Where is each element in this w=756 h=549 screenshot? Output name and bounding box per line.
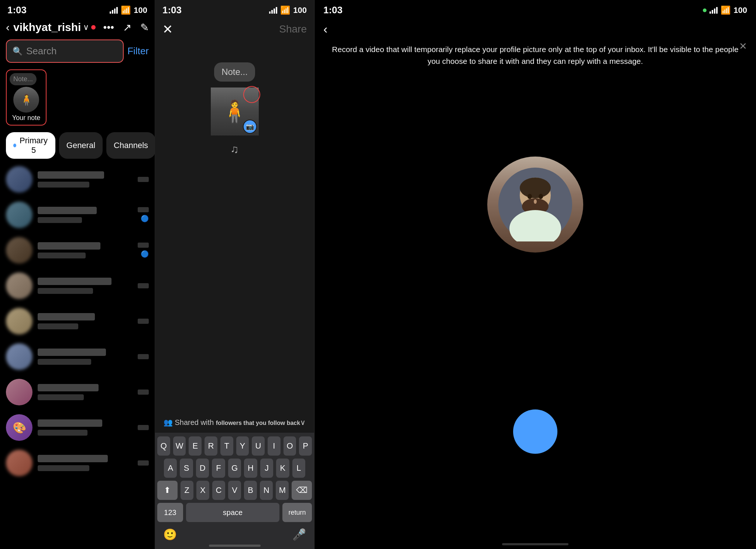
msg-name: [38, 313, 95, 320]
key-r[interactable]: R: [205, 436, 217, 456]
return-key[interactable]: return: [282, 503, 312, 522]
msg-content: [38, 419, 133, 436]
message-item[interactable]: 🔵: [0, 233, 155, 268]
record-button[interactable]: [513, 409, 557, 454]
tooltip-close-button[interactable]: ✕: [739, 41, 747, 52]
avatar: [6, 308, 32, 334]
status-bar-2: 1:03 📶 100: [155, 0, 314, 18]
key-w[interactable]: W: [173, 436, 186, 456]
filter-button[interactable]: Filter: [127, 45, 149, 57]
wifi-icon-2: 📶: [280, 6, 290, 15]
shift-key[interactable]: ⬆: [157, 481, 178, 500]
tooltip-text: Record a video that will temporarily rep…: [323, 44, 747, 67]
red-selection-outline: [243, 86, 260, 103]
inbox-tabs: Primary 5 General Channels Requests: [0, 129, 155, 162]
key-d[interactable]: D: [196, 459, 209, 478]
message-item[interactable]: [0, 339, 155, 374]
unread-icon: 🔵: [141, 250, 149, 258]
msg-name: [38, 171, 104, 179]
key-p[interactable]: P: [299, 436, 312, 456]
emoji-icon[interactable]: 🙂: [163, 528, 177, 541]
message-item[interactable]: 🎨: [0, 410, 155, 445]
search-row: 🔍 Search Filter: [0, 37, 155, 66]
home-indicator-2: [209, 545, 261, 547]
message-item[interactable]: [0, 303, 155, 339]
message-item[interactable]: [0, 268, 155, 303]
message-item[interactable]: [0, 374, 155, 410]
msg-time: [138, 390, 149, 395]
microphone-icon[interactable]: 🎤: [292, 528, 306, 541]
message-item[interactable]: [0, 445, 155, 481]
delete-key[interactable]: ⌫: [292, 481, 312, 500]
svg-point-5: [528, 194, 532, 199]
key-m[interactable]: M: [276, 481, 289, 500]
note-creation-panel: 1:03 📶 100 ✕ Share Note... 🧍 📷 ♫: [155, 0, 315, 549]
key-a[interactable]: A: [164, 459, 177, 478]
numbers-key[interactable]: 123: [157, 503, 183, 522]
share-button[interactable]: Share: [173, 23, 307, 35]
avatar: [6, 343, 32, 370]
wifi-icon-3: 📶: [721, 6, 731, 15]
msg-preview: [38, 465, 89, 471]
key-x[interactable]: X: [196, 481, 209, 500]
msg-preview: [38, 430, 87, 436]
camera-badge[interactable]: 📷: [243, 120, 257, 134]
key-f[interactable]: F: [212, 459, 225, 478]
key-h[interactable]: H: [244, 459, 257, 478]
key-z[interactable]: Z: [181, 481, 193, 500]
key-c[interactable]: C: [212, 481, 225, 500]
key-o[interactable]: O: [284, 436, 296, 456]
video-profile-panel: 1:03 📶 100 ‹ Record a video that will te…: [315, 0, 756, 549]
message-item[interactable]: [0, 162, 155, 197]
msg-content: [38, 242, 133, 258]
note-profile-container: 🧍 📷: [211, 88, 259, 135]
msg-name: [38, 278, 111, 285]
more-options-icon[interactable]: •••: [103, 21, 114, 33]
shared-with-audience: followers that you follow back: [216, 420, 300, 426]
message-item[interactable]: 🔵: [0, 197, 155, 233]
key-v[interactable]: V: [228, 481, 241, 500]
key-k[interactable]: K: [276, 459, 289, 478]
msg-time: [138, 243, 149, 248]
key-n[interactable]: N: [260, 481, 273, 500]
msg-content: [38, 171, 133, 188]
svg-point-6: [539, 194, 543, 199]
key-q[interactable]: Q: [157, 436, 170, 456]
your-note-container: Note... 🧍 Your note: [0, 66, 155, 129]
msg-preview: [38, 182, 89, 188]
shared-with-bar[interactable]: 👥 Shared with followers that you follow …: [155, 412, 314, 433]
key-i[interactable]: I: [268, 436, 281, 456]
back-button-1[interactable]: ‹: [6, 21, 10, 34]
tab-primary[interactable]: Primary 5: [6, 132, 55, 159]
close-button[interactable]: ✕: [162, 22, 173, 37]
msg-content: [38, 207, 133, 223]
music-icon: ♫: [230, 143, 239, 155]
key-t[interactable]: T: [220, 436, 233, 456]
tab-general[interactable]: General: [59, 132, 103, 159]
your-note-box[interactable]: Note... 🧍 Your note: [6, 69, 47, 126]
key-e[interactable]: E: [189, 436, 202, 456]
msg-preview: [38, 359, 91, 365]
key-s[interactable]: S: [180, 459, 193, 478]
msg-meta: [138, 425, 149, 430]
trending-icon[interactable]: ↗: [123, 21, 131, 34]
edit-icon[interactable]: ✎: [140, 21, 149, 34]
search-bar[interactable]: 🔍 Search: [6, 40, 124, 63]
status-icons-1: 📶 100: [110, 6, 147, 15]
key-b[interactable]: B: [244, 481, 257, 500]
msg-name: [38, 242, 100, 250]
key-j[interactable]: J: [260, 459, 273, 478]
space-key[interactable]: space: [186, 503, 279, 522]
key-y[interactable]: Y: [236, 436, 249, 456]
back-button-3[interactable]: ‹: [323, 22, 327, 36]
selfie-preview: [487, 157, 583, 253]
tab-channels[interactable]: Channels: [106, 132, 155, 159]
username-chevron[interactable]: ∨: [83, 23, 89, 32]
key-l[interactable]: L: [292, 459, 305, 478]
msg-time: [138, 425, 149, 430]
key-g[interactable]: G: [228, 459, 241, 478]
keyboard-bottom: 🙂 🎤: [157, 525, 312, 542]
msg-preview: [38, 288, 93, 294]
shared-with-prefix: 👥 Shared with: [164, 418, 216, 426]
key-u[interactable]: U: [252, 436, 265, 456]
